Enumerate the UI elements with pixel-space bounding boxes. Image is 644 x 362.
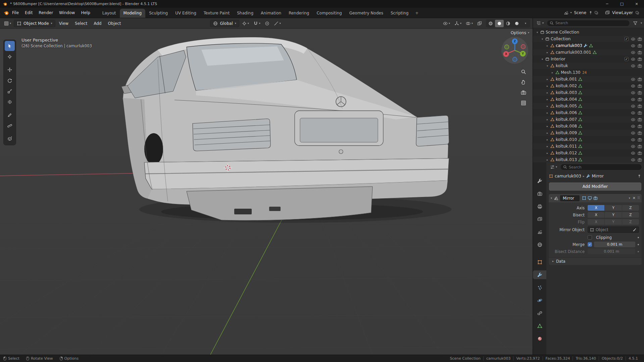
- realtime-display-toggle[interactable]: [588, 196, 592, 200]
- breadcrumb-modifier[interactable]: Mirror: [592, 174, 604, 178]
- tab-constraints[interactable]: [533, 309, 546, 317]
- disable-render-icon[interactable]: [638, 44, 642, 48]
- hide-viewport-icon[interactable]: [631, 151, 635, 155]
- proportional-edit-toggle[interactable]: [263, 20, 271, 27]
- expand-icon[interactable]: ▾: [541, 38, 544, 41]
- properties-editor-type-button[interactable]: ▾: [548, 163, 559, 171]
- scene-dropdown-icon[interactable]: ▾: [570, 11, 572, 14]
- scene-selector[interactable]: Scene: [574, 10, 586, 15]
- disable-render-icon[interactable]: [638, 50, 642, 55]
- hide-viewport-icon[interactable]: [631, 57, 635, 61]
- outliner-row-koltuk-005[interactable]: ▸ koltuk.005: [533, 103, 644, 109]
- maximize-button[interactable]: □: [614, 0, 629, 8]
- xray-toggle[interactable]: [476, 20, 484, 27]
- tab-geometry-nodes[interactable]: Geometry Nodes: [346, 9, 387, 18]
- hide-viewport-icon[interactable]: [631, 97, 635, 102]
- outliner-row-koltuk-009[interactable]: ▸ koltuk.009: [533, 130, 644, 136]
- flip-y-button[interactable]: Y: [605, 219, 622, 225]
- tool-move[interactable]: [5, 65, 15, 75]
- mode-select[interactable]: Object Mode ▾: [14, 20, 55, 27]
- expand-icon[interactable]: ▸: [546, 118, 549, 121]
- hide-viewport-icon[interactable]: [631, 158, 635, 162]
- expand-icon[interactable]: ▾: [541, 58, 544, 61]
- expand-icon[interactable]: ▸: [546, 91, 549, 94]
- expand-icon[interactable]: ▸: [546, 105, 549, 108]
- tab-shading[interactable]: Shading: [233, 9, 257, 18]
- tab-object[interactable]: [533, 258, 546, 266]
- tab-scene[interactable]: [533, 227, 546, 236]
- modifier-name-input[interactable]: Mirror: [560, 195, 580, 201]
- expand-icon[interactable]: ▸: [546, 138, 549, 141]
- tool-scale[interactable]: [5, 86, 15, 96]
- axis-x-button[interactable]: X: [588, 205, 604, 211]
- tab-animation[interactable]: Animation: [257, 9, 285, 18]
- outliner-row-koltuk-012[interactable]: ▸ koltuk.012: [533, 150, 644, 156]
- pivot-point-select[interactable]: ▾: [240, 20, 251, 27]
- clipping-checkbox[interactable]: [588, 235, 592, 240]
- disable-render-icon[interactable]: [638, 158, 642, 162]
- outliner-row-koltuk-013[interactable]: ▸ koltuk.013: [533, 156, 644, 163]
- edit-mode-display-toggle[interactable]: [582, 196, 586, 200]
- hide-viewport-icon[interactable]: [631, 84, 635, 88]
- disable-render-icon[interactable]: [638, 91, 642, 95]
- viewport-canvas[interactable]: User Perspective (26) Scene Collection |…: [0, 29, 533, 355]
- disable-render-icon[interactable]: [638, 84, 642, 88]
- tab-layout[interactable]: Layout: [99, 9, 120, 18]
- flip-z-button[interactable]: Z: [622, 219, 639, 225]
- expand-icon[interactable]: ▸: [546, 125, 549, 128]
- expand-panel-icon[interactable]: ▾: [551, 197, 552, 200]
- merge-checkbox[interactable]: ✓: [588, 242, 592, 247]
- collection-checkbox[interactable]: ✓: [625, 37, 629, 41]
- tab-uv-editing[interactable]: UV Editing: [171, 9, 200, 18]
- bisect-z-button[interactable]: Z: [622, 212, 639, 218]
- delete-modifier-button[interactable]: ✕: [633, 196, 636, 200]
- data-subpanel[interactable]: ▸ Data: [549, 257, 642, 265]
- menu-add[interactable]: Add: [91, 20, 104, 27]
- expand-icon[interactable]: ▸: [546, 98, 549, 101]
- expand-icon[interactable]: ▸: [551, 71, 554, 74]
- falloff-select[interactable]: ▾: [272, 20, 283, 27]
- outliner-row-koltuk-011[interactable]: ▸ koltuk.011: [533, 143, 644, 150]
- outliner-row-collection[interactable]: ▾ Collection ✓: [533, 36, 644, 42]
- menu-render[interactable]: Render: [36, 9, 56, 16]
- disable-render-icon[interactable]: [638, 77, 642, 82]
- navigation-gizmo[interactable]: Z X Y: [501, 36, 529, 64]
- tab-modeling[interactable]: Modeling: [120, 9, 146, 18]
- outliner-row-koltuk-006[interactable]: ▸ koltuk.006: [533, 109, 644, 116]
- outliner-row-camurluk003[interactable]: ▸ camurluk003: [533, 42, 644, 49]
- hide-viewport-icon[interactable]: [631, 44, 635, 48]
- hide-viewport-icon[interactable]: [631, 144, 635, 149]
- add-workspace-button[interactable]: +: [412, 9, 422, 18]
- hide-viewport-icon[interactable]: [631, 131, 635, 135]
- animate-dot-icon[interactable]: [638, 237, 639, 238]
- disable-render-icon[interactable]: [638, 64, 642, 68]
- expand-icon[interactable]: ▸: [546, 111, 549, 114]
- gizmos-dropdown[interactable]: ▾: [453, 20, 463, 27]
- menu-file[interactable]: File: [9, 9, 22, 16]
- new-viewlayer-icon[interactable]: [635, 11, 639, 15]
- hide-viewport-icon[interactable]: [631, 91, 635, 95]
- expand-icon[interactable]: ▸: [546, 132, 549, 135]
- eyedropper-icon[interactable]: [633, 228, 637, 232]
- disable-render-icon[interactable]: [638, 131, 642, 135]
- hide-viewport-icon[interactable]: [631, 64, 635, 68]
- outliner-row-interior[interactable]: ▾ Interior ✓: [533, 56, 644, 62]
- menu-help[interactable]: Help: [78, 9, 93, 16]
- disable-render-icon[interactable]: [638, 117, 642, 122]
- tool-annotate[interactable]: [5, 110, 15, 120]
- tab-texture-paint[interactable]: Texture Paint: [200, 9, 233, 18]
- outliner-filter-button[interactable]: [631, 19, 639, 27]
- hide-viewport-icon[interactable]: [631, 37, 635, 41]
- outliner-search-input[interactable]: [555, 21, 627, 25]
- outliner-row-koltuk-001[interactable]: ▸ koltuk.001: [533, 76, 644, 83]
- tab-compositing[interactable]: Compositing: [313, 9, 345, 18]
- disable-render-icon[interactable]: [638, 57, 642, 61]
- tool-rotate[interactable]: [5, 75, 15, 86]
- outliner-row-koltuk[interactable]: ▾ koltuk: [533, 62, 644, 69]
- shading-material-button[interactable]: [504, 20, 512, 27]
- shading-dropdown[interactable]: ▾: [521, 20, 530, 27]
- mirror-object-field[interactable]: Object: [588, 226, 639, 233]
- tab-physics[interactable]: [533, 296, 546, 305]
- outliner-row-camurluk003-001[interactable]: ▸ camurluk003.001: [533, 49, 644, 56]
- outliner-row-mesh-130[interactable]: ▸ Mesh.130 24: [533, 69, 644, 76]
